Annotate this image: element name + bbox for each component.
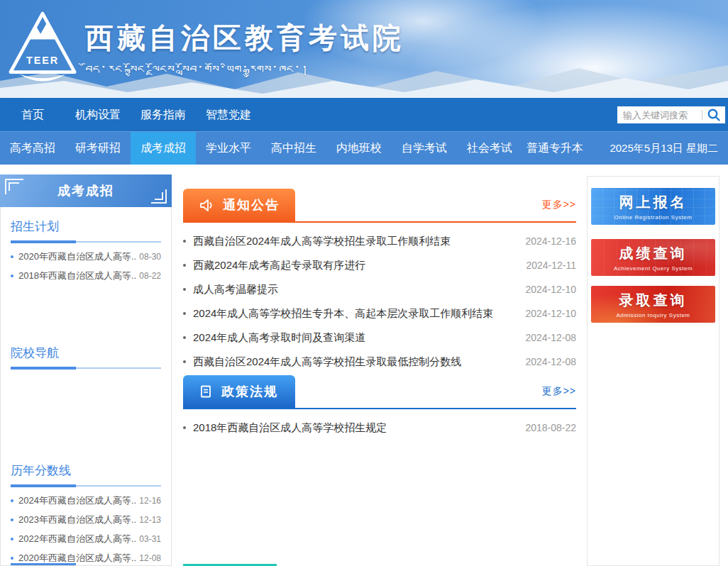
notice-item[interactable]: 西藏自治区2024年成人高等学校招生录取最低控制分数线 2024-12-08 (183, 350, 576, 374)
notice-item[interactable]: 2024年成人高等学校招生专升本、高起本层次录取工作顺利结束 2024-12-1… (183, 301, 576, 326)
logo-text: TEER (26, 55, 59, 66)
top-nav-item[interactable]: 机构设置 (65, 98, 131, 131)
notice-item[interactable]: 西藏2024年成考高起专录取有序进行 2024-12-11 (183, 253, 576, 277)
site-header: TEER 西藏自治区教育考试院 བོད་རང་སྐྱོང་ལྗོངས་སློབ་… (0, 0, 728, 98)
banner-score-query[interactable]: 成绩查询 Achievement Query System (591, 239, 715, 276)
banner-online-registration[interactable]: 网上报名 Online Registration System (591, 188, 715, 225)
bullet-icon (11, 518, 13, 521)
sub-nav: 高考高招研考研招成考成招学业水平高中招生内地班校自学考试社会考试普通专升本 20… (0, 131, 728, 165)
search-button[interactable] (702, 106, 725, 123)
item-date: 03-31 (139, 534, 161, 544)
sub-nav-item[interactable]: 成考成招 (131, 132, 196, 165)
bullet-icon (11, 557, 13, 560)
corner-ornament-icon (151, 189, 167, 204)
search-box (617, 106, 725, 123)
sidebar-body: 招生计划 2020年西藏自治区成人高等... 08-30 2018年西藏自治区成… (0, 207, 172, 566)
sidebar-list-item[interactable]: 2018年西藏自治区成人高等... 08-22 (11, 266, 161, 285)
policy-list: 2018年西藏自治区成人高等学校招生规定 2018-08-22 (183, 416, 576, 440)
document-icon (199, 384, 213, 399)
bullet-icon (11, 538, 13, 540)
item-date: 08-30 (139, 252, 161, 262)
banner-title: 网上报名 (619, 193, 688, 212)
item-date: 2024-12-08 (525, 332, 576, 343)
sub-nav-item[interactable]: 高中招生 (261, 132, 326, 165)
current-date: 2025年5月13日 星期二 (610, 132, 718, 165)
item-date: 2024-12-10 (525, 284, 576, 295)
policy-more-link[interactable]: 更多>> (542, 385, 576, 398)
mountain-logo-icon: TEER (9, 10, 77, 87)
item-date: 2024-12-16 (525, 235, 576, 247)
sub-nav-item[interactable]: 社会考试 (457, 132, 522, 165)
sub-nav-item[interactable]: 学业水平 (196, 132, 261, 165)
sidebar-list-item[interactable]: 2024年西藏自治区成人高等... 12-16 (11, 491, 161, 510)
bullet-icon (183, 360, 186, 363)
sidebar-heading-enrollment-plan[interactable]: 招生计划 (11, 218, 161, 243)
corner-ornament-icon (5, 179, 23, 194)
item-date: 08-22 (139, 271, 161, 281)
top-nav: 首页机构设置服务指南智慧党建 (0, 98, 728, 131)
sidebar-list-item[interactable]: 2020年西藏自治区成人高等... 08-30 (11, 247, 161, 266)
bullet-icon (11, 255, 13, 258)
notice-item[interactable]: 2024年成人高考录取时间及查询渠道 2024-12-08 (183, 326, 576, 350)
top-nav-item[interactable]: 服务指南 (131, 98, 196, 131)
banner-title: 录取查询 (619, 291, 688, 310)
policy-tab: 政策法规 (183, 375, 295, 408)
bullet-icon (183, 312, 186, 315)
banner-admission-query[interactable]: 录取查询 Admission Inquiry System (591, 286, 715, 323)
notice-tab-label: 通知公告 (223, 196, 280, 213)
item-date: 12-16 (139, 496, 161, 506)
item-date: 12-13 (139, 515, 161, 525)
item-date: 12-08 (139, 553, 161, 563)
sidebar-header: 成考成招 (0, 174, 172, 207)
top-nav-item[interactable]: 首页 (0, 98, 65, 131)
sidebar-list: 2020年西藏自治区成人高等... 08-30 2018年西藏自治区成人高等..… (11, 247, 161, 285)
right-panel: 网上报名 Online Registration System 成绩查询 Ach… (587, 176, 719, 566)
notice-tab: 通知公告 (183, 189, 295, 221)
site-title-tibetan: བོད་རང་སྐྱོང་ལྗོངས་སློབ་གསོ་ཡིག་རྒྱུགས་ཁ… (85, 63, 404, 79)
item-date: 2024-12-10 (525, 308, 576, 319)
notice-item[interactable]: 成人高考温馨提示 2024-12-10 (183, 277, 576, 301)
sub-nav-item[interactable]: 自学考试 (392, 132, 457, 165)
sub-nav-item[interactable]: 研考研招 (65, 132, 131, 165)
sidebar-heading-score-lines[interactable]: 历年分数线 (11, 462, 161, 487)
sidebar-list-item[interactable]: 2022年西藏自治区成人高等... 03-31 (11, 529, 161, 548)
bullet-icon (183, 288, 186, 291)
sub-nav-item[interactable]: 内地班校 (326, 132, 392, 165)
sidebar-section-enrollment-plan: 招生计划 2020年西藏自治区成人高等... 08-30 2018年西藏自治区成… (11, 218, 161, 285)
main-content: 通知公告 更多>> 西藏自治区2024年成人高等学校招生录取工作顺利结束 202… (183, 190, 576, 440)
top-nav-item[interactable]: 智慧党建 (196, 98, 261, 131)
notice-item[interactable]: 西藏自治区2024年成人高等学校招生录取工作顺利结束 2024-12-16 (183, 229, 576, 253)
policy-tab-row: 政策法规 更多>> (183, 377, 576, 409)
policy-section: 政策法规 更多>> 2018年西藏自治区成人高等学校招生规定 2018-08-2… (183, 377, 576, 440)
bullet-icon (183, 264, 186, 267)
sidebar-section-college-nav: 院校导航 (11, 345, 161, 369)
bullet-icon (11, 274, 13, 277)
notice-more-link[interactable]: 更多>> (542, 199, 576, 211)
cutoff-section-underline (11, 563, 76, 565)
bullet-icon (183, 240, 186, 243)
item-date: 2024-12-11 (526, 260, 576, 271)
bullet-icon (183, 336, 186, 339)
sidebar-heading-college-nav[interactable]: 院校导航 (11, 345, 161, 369)
search-icon (707, 108, 721, 122)
site-title: 西藏自治区教育考试院 (85, 18, 404, 57)
banner-title: 成绩查询 (619, 244, 688, 263)
megaphone-icon (199, 197, 214, 213)
bullet-icon (183, 426, 186, 429)
sidebar-section-score-lines: 历年分数线 2024年西藏自治区成人高等... 12-16 2023年西藏自治区… (11, 462, 161, 566)
sidebar-list-item[interactable]: 2023年西藏自治区成人高等... 12-13 (11, 510, 161, 529)
policy-tab-label: 政策法规 (221, 383, 278, 400)
policy-item[interactable]: 2018年西藏自治区成人高等学校招生规定 2018-08-22 (183, 416, 576, 440)
item-date: 2024-12-08 (525, 356, 576, 367)
site-title-block: 西藏自治区教育考试院 བོད་རང་སྐྱོང་ལྗོངས་སློབ་གསོ་ཡ… (85, 18, 404, 79)
sub-nav-item[interactable]: 高考高招 (0, 132, 65, 165)
sub-nav-item[interactable]: 普通专升本 (522, 132, 588, 165)
sidebar-list: 2024年西藏自治区成人高等... 12-16 2023年西藏自治区成人高等..… (11, 491, 161, 566)
bullet-icon (11, 499, 13, 502)
site-logo[interactable]: TEER (9, 10, 77, 87)
search-input[interactable] (617, 110, 702, 121)
page: TEER 西藏自治区教育考试院 བོད་རང་སྐྱོང་ལྗོངས་སློབ་… (0, 0, 728, 566)
item-date: 2018-08-22 (525, 422, 576, 433)
notice-list: 西藏自治区2024年成人高等学校招生录取工作顺利结束 2024-12-16 西藏… (183, 229, 576, 374)
banner-subtitle: Achievement Query System (614, 265, 693, 272)
